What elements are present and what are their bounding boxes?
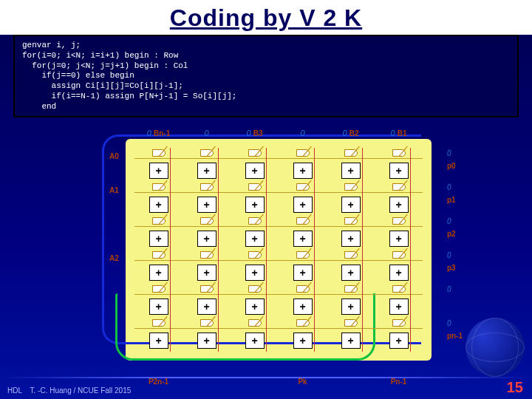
- grid-cell: +: [134, 284, 183, 318]
- grid-cell: +: [134, 182, 183, 216]
- grid-row: ++++++: [134, 284, 423, 318]
- left-label: A2: [109, 254, 119, 288]
- grid-row: ++++++: [134, 148, 423, 182]
- cell-grid: ++++++++++++++++++++++++++++++++++++: [134, 148, 423, 352]
- full-adder: +: [245, 265, 265, 281]
- array-multiplier-diagram: 0 Bn-10 0 B30 0 B20 B1 A0A1A2 0p00p10p20…: [105, 130, 445, 374]
- grid-cell: +: [134, 250, 183, 284]
- bottom-label: [327, 378, 375, 386]
- full-adder: +: [197, 197, 216, 213]
- grid-row: ++++++: [134, 216, 423, 250]
- grid-cell: +: [327, 216, 375, 250]
- full-adder: +: [197, 231, 216, 247]
- footer-rule: [0, 377, 532, 378]
- grid-cell: +: [279, 250, 327, 284]
- left-label: [109, 220, 119, 254]
- grid-cell: +: [134, 216, 183, 250]
- full-adder: +: [245, 197, 265, 213]
- left-label: [109, 322, 119, 356]
- full-adder: +: [149, 231, 168, 247]
- full-adder: +: [245, 163, 265, 179]
- full-adder: +: [389, 265, 409, 281]
- full-adder: +: [341, 332, 361, 349]
- sum-wire: [218, 148, 219, 352]
- grid-cell: +: [375, 318, 423, 352]
- page-number: 15: [507, 379, 523, 396]
- bottom-label: P2n-1: [134, 378, 183, 386]
- grid-cell: +: [327, 250, 375, 284]
- full-adder: +: [341, 231, 361, 247]
- grid-cell: +: [231, 148, 279, 182]
- full-adder: +: [293, 332, 313, 349]
- full-adder: +: [293, 163, 313, 179]
- a-input-labels: A0A1A2: [109, 152, 119, 356]
- full-adder: +: [293, 265, 313, 281]
- grid-cell: +: [183, 250, 231, 284]
- footer-tag: HDL: [7, 386, 22, 395]
- grid-cell: +: [183, 284, 231, 318]
- full-adder: +: [341, 163, 361, 179]
- full-adder: +: [341, 197, 361, 213]
- right-label: 0p0: [447, 149, 463, 183]
- full-adder: +: [197, 265, 216, 281]
- full-adder: +: [293, 231, 313, 247]
- full-adder: +: [197, 332, 216, 349]
- grid-cell: +: [231, 216, 279, 250]
- left-label: A1: [109, 186, 119, 220]
- grid-cell: +: [183, 182, 231, 216]
- grid-cell: +: [279, 182, 327, 216]
- grid-cell: +: [375, 250, 423, 284]
- full-adder: +: [293, 197, 313, 213]
- grid-row: ++++++: [134, 250, 423, 284]
- full-adder: +: [149, 332, 168, 349]
- full-adder: +: [149, 197, 168, 213]
- sum-wire: [410, 148, 411, 352]
- right-label: 0p1: [447, 183, 463, 217]
- grid-cell: +: [279, 148, 327, 182]
- full-adder: +: [389, 332, 409, 349]
- sum-wire: [314, 148, 315, 352]
- grid-cell: +: [183, 318, 231, 352]
- product-labels: P2n-1PkPn-1: [134, 378, 423, 386]
- full-adder: +: [149, 163, 168, 179]
- grid-row: ++++++: [134, 182, 423, 216]
- grid-cell: +: [327, 148, 375, 182]
- full-adder: +: [149, 265, 168, 281]
- right-label: 0p2: [447, 217, 463, 251]
- grid-cell: +: [327, 318, 375, 352]
- sum-wire: [362, 148, 363, 352]
- right-label: 0p3: [447, 251, 463, 285]
- grid-row: ++++++: [134, 318, 423, 352]
- footer-text: HDL T. -C. Huang / NCUE Fall 2015: [7, 386, 131, 395]
- grid-cell: +: [375, 182, 423, 216]
- grid-cell: +: [327, 182, 375, 216]
- top-label: 0 B3: [231, 129, 279, 137]
- left-label: A0: [109, 152, 119, 186]
- grid-cell: +: [231, 250, 279, 284]
- top-label: 0 B1: [375, 129, 423, 137]
- full-adder: +: [389, 299, 409, 315]
- code-block: genvar i, j; for(i=0; i<N; i=i+1) begin …: [13, 35, 519, 117]
- slide-title: Coding by V 2 K: [0, 0, 532, 35]
- grid-cell: +: [279, 216, 327, 250]
- full-adder: +: [341, 265, 361, 281]
- grid-cell: +: [134, 318, 183, 352]
- grid-cell: +: [231, 318, 279, 352]
- full-adder: +: [293, 299, 313, 315]
- grid-cell: +: [279, 318, 327, 352]
- full-adder: +: [389, 231, 409, 247]
- full-adder: +: [197, 299, 216, 315]
- left-label: [109, 288, 119, 322]
- grid-cell: +: [279, 284, 327, 318]
- sum-wire: [266, 148, 267, 352]
- grid-cell: +: [375, 284, 423, 318]
- bottom-label: [183, 378, 231, 386]
- bottom-label: Pn-1: [375, 378, 423, 386]
- full-adder: +: [389, 197, 409, 213]
- top-label: 0 B2: [327, 129, 375, 137]
- top-label: 0: [279, 129, 327, 137]
- full-adder: +: [245, 231, 265, 247]
- grid-cell: +: [134, 148, 183, 182]
- grid-cell: +: [375, 216, 423, 250]
- full-adder: +: [389, 163, 409, 179]
